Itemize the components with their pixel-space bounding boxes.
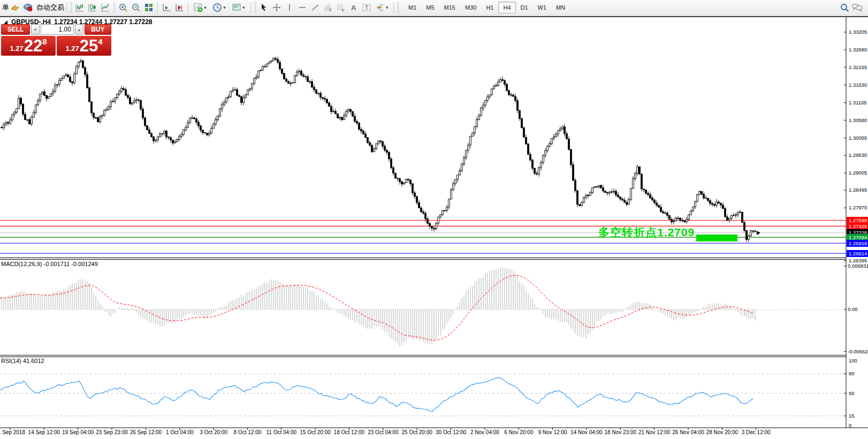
buy-price-main: 25 [80, 39, 98, 54]
macd-indicator-label: MACD(12,26,9) -0.001711 -0.001249 [1, 261, 98, 267]
buy-button[interactable]: BUY [85, 24, 111, 35]
macd-signal-line [0, 275, 753, 340]
volume-input[interactable] [41, 24, 74, 35]
panel-frames [0, 17, 868, 428]
chart-canvas[interactable] [0, 0, 868, 439]
turning-point-annotation: 多空转折点1.2709 [598, 225, 695, 240]
sell-button[interactable]: SELL [1, 24, 30, 35]
buy-price-box[interactable]: 1.27 25 4 [57, 36, 111, 56]
volume-increase-button[interactable]: ▲ [75, 24, 83, 35]
buy-price-prefix: 1.27 [65, 44, 79, 52]
annotation-highlight [696, 234, 737, 241]
volume-decrease-button[interactable]: ▼ [31, 24, 40, 35]
sell-price-prefix: 1.27 [10, 44, 23, 52]
one-click-trading-panel: SELL ▼ ▲ BUY 1.27 22 8 1.27 25 4 [1, 24, 111, 56]
macd-group [0, 267, 846, 346]
mt4-terminal: 单 自动交易 [0, 0, 868, 439]
candles-group [1, 57, 760, 243]
buy-price-pip: 4 [98, 37, 102, 46]
sell-price-box[interactable]: 1.27 22 8 [1, 36, 56, 56]
rsi-group [0, 374, 846, 416]
rsi-line [0, 377, 753, 411]
sell-price-pip: 8 [42, 37, 47, 46]
rsi-indicator-label: RSI(14) 41.6012 [1, 358, 44, 364]
sell-price-main: 22 [24, 39, 42, 54]
axis-ticks [10, 32, 846, 430]
last-price-marker [757, 231, 760, 235]
